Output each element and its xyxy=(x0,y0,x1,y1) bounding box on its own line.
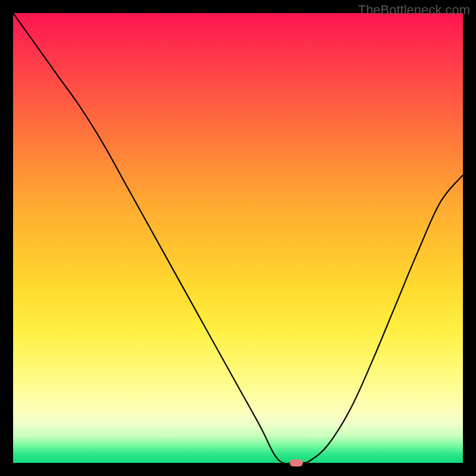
plot-area xyxy=(13,13,463,463)
watermark-text: TheBottleneck.com xyxy=(358,2,470,18)
optimal-marker xyxy=(290,459,303,466)
bottleneck-curve xyxy=(13,13,463,463)
